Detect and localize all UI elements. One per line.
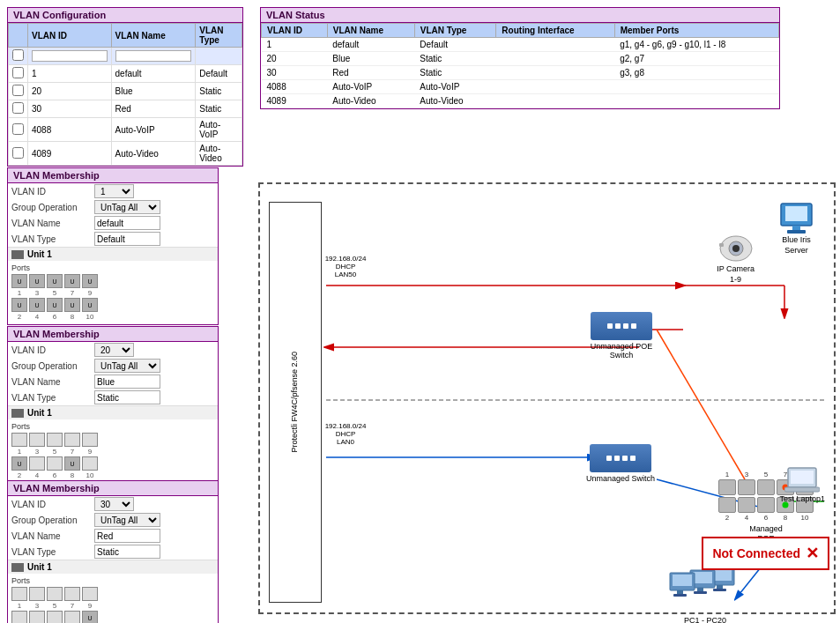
status-row: 4089Auto-VideoAuto-Video: [262, 94, 779, 108]
vlan-name-input-3[interactable]: [94, 529, 160, 543]
port-4[interactable]: U: [29, 298, 45, 312]
port-2-7[interactable]: [64, 433, 80, 447]
row-checkbox[interactable]: [12, 102, 24, 114]
ip-camera: IP Camera1-9: [717, 233, 755, 285]
port-3-3[interactable]: [29, 587, 45, 601]
svg-rect-24: [717, 585, 723, 589]
port-9[interactable]: U: [82, 274, 98, 288]
unmanaged-switch: Unmanaged Switch: [586, 444, 655, 483]
port-2-4[interactable]: [29, 456, 45, 471]
port-3-8[interactable]: [64, 611, 80, 623]
ms-port-5[interactable]: [757, 479, 775, 495]
port-10[interactable]: U: [82, 298, 98, 312]
group-op-select-2[interactable]: UnTag All: [94, 359, 160, 373]
port-3-6[interactable]: [47, 611, 63, 623]
vlan-id-select-2[interactable]: 20: [94, 343, 134, 357]
port-3-1[interactable]: [11, 587, 27, 601]
port-3-9[interactable]: [82, 587, 98, 601]
network-diagram: Protectli FW4C/pfsense 2.60 192.168.0/24…: [258, 182, 836, 614]
port-2-10[interactable]: [82, 456, 98, 471]
filter-id-col[interactable]: [28, 48, 112, 65]
group-op-row-2: Group Operation UnTag All: [8, 358, 218, 374]
table-row: 20 Blue Static: [9, 83, 242, 100]
vlan-name-input-2[interactable]: [94, 375, 160, 389]
blue-iris-label: Blue IrisServer: [782, 235, 811, 256]
port-3-10[interactable]: U: [82, 611, 98, 623]
pc-cluster: PC1 - PC20: [665, 563, 745, 623]
ms-port-3[interactable]: [738, 479, 755, 495]
vlan-name-cell: Auto-Video: [111, 142, 196, 166]
status-col-type: VLAN Type: [414, 24, 496, 38]
vlan-type-input-1[interactable]: [94, 232, 160, 246]
server-icon: [777, 202, 816, 235]
port-3-5[interactable]: [47, 587, 63, 601]
port-8[interactable]: U: [64, 298, 80, 312]
vlan-id-label: VLAN ID: [11, 187, 91, 197]
vlan-name-row-2: VLAN Name: [8, 374, 218, 389]
port-6[interactable]: U: [47, 298, 63, 312]
port-2-1[interactable]: [11, 433, 27, 447]
filter-name-col[interactable]: [111, 48, 196, 65]
port-1[interactable]: U: [11, 274, 27, 288]
vlan-name-row-3: VLAN Name: [8, 528, 218, 544]
vlan-membership-3-panel: VLAN Membership VLAN ID 30 Group Operati…: [7, 480, 219, 623]
lan0-label: 192.168.0/24DHCPLAN0: [323, 422, 368, 446]
vlan-type-field-label: VLAN Type: [11, 234, 91, 244]
test-laptop-label: Test Laptop1: [779, 494, 825, 503]
vlan-type-input-3[interactable]: [94, 545, 160, 559]
unit-label-1: Unit 1: [27, 249, 52, 259]
svg-rect-18: [719, 243, 724, 247]
vlan-id-row-2: VLAN ID 20: [8, 342, 218, 358]
firewall-label: Protectli FW4C/pfsense 2.60: [290, 352, 301, 453]
row-checkbox[interactable]: [12, 85, 24, 96]
port-3-7[interactable]: [64, 587, 80, 601]
vlan-name-filter[interactable]: [115, 50, 192, 62]
vlan-config-col-type: VLAN Type: [196, 24, 242, 48]
port-2-6[interactable]: [47, 456, 63, 471]
vlan-type-row-3: VLAN Type: [8, 544, 218, 560]
port-2[interactable]: U: [11, 298, 27, 312]
unit-icon-1: [11, 250, 24, 259]
vlan-id-filter[interactable]: [32, 50, 108, 62]
status-row: 30RedStaticg3, g8: [262, 66, 779, 80]
unit-label-2: Unit 1: [27, 408, 52, 418]
vlan-config-col-id: VLAN ID: [28, 24, 112, 48]
port-2-2[interactable]: U: [11, 456, 27, 471]
port-7[interactable]: U: [64, 274, 80, 288]
port-2-5[interactable]: [47, 433, 63, 447]
port-2-8[interactable]: U: [64, 456, 80, 471]
header-checkbox[interactable]: [12, 49, 24, 61]
vlan-id-cell: 1: [28, 65, 112, 83]
vlan-id-select-1[interactable]: 1: [94, 184, 134, 198]
vlan-type-input-2[interactable]: [94, 390, 160, 404]
port-3-4[interactable]: [29, 611, 45, 623]
svg-rect-21: [784, 487, 820, 492]
port-2-9[interactable]: [82, 433, 98, 447]
port-3-2[interactable]: [11, 611, 27, 623]
svg-rect-28: [697, 588, 703, 591]
ms-port-6[interactable]: [757, 497, 775, 513]
port-3[interactable]: U: [29, 274, 45, 288]
group-op-select-1[interactable]: UnTag All: [94, 200, 160, 214]
unmanaged-switch-label: Unmanaged Switch: [586, 474, 655, 483]
row-checkbox[interactable]: [12, 67, 24, 78]
vlan-name-row-1: VLAN Name: [8, 215, 218, 231]
filter-type-col: [196, 48, 242, 65]
unit-header-3: Unit 1: [8, 560, 218, 574]
ports-grid-3: 13 57 9 U 24 68 10: [11, 587, 214, 623]
unit-icon-3: [11, 563, 24, 572]
vlan-id-select-3[interactable]: 30: [94, 497, 134, 511]
row-checkbox[interactable]: [12, 147, 24, 159]
vlan-name-input-1[interactable]: [94, 216, 160, 230]
port-2-3[interactable]: [29, 433, 45, 447]
vlan-name-cell: Auto-VoIP: [111, 118, 196, 142]
ms-port-1[interactable]: [718, 479, 736, 495]
ms-port-4[interactable]: [738, 497, 755, 513]
group-op-select-3[interactable]: UnTag All: [94, 513, 160, 527]
row-checkbox[interactable]: [12, 123, 24, 135]
table-row: 1 default Default: [9, 65, 242, 83]
ms-port-2[interactable]: [718, 497, 736, 513]
port-5[interactable]: U: [47, 274, 63, 288]
status-row: 1defaultDefaultg1, g4 - g6, g9 - g10, l1…: [262, 38, 779, 52]
group-op-row-3: Group Operation UnTag All: [8, 512, 218, 528]
